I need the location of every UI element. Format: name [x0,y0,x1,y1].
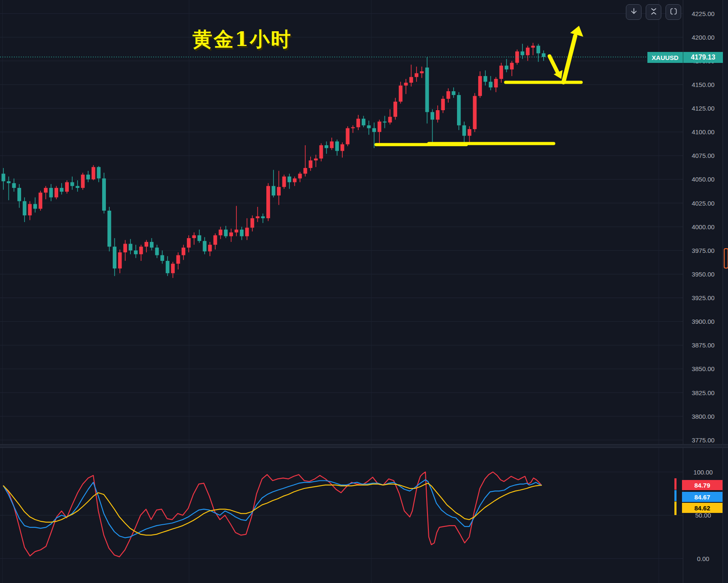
price-axis-label: 4150.00 [683,81,723,89]
oscillator-value-label: 84.79 [682,480,723,490]
price-axis-label: 3850.00 [683,365,723,373]
indicator-axis-label: 100.00 [683,468,723,476]
right-edge-strip [723,0,728,583]
price-axis-label: 4225.00 [683,10,723,18]
trading-chart-app: 黄金1小时 4225.004200.004175.004150.004125.0… [0,0,728,583]
indicator-axis-label: 0.00 [683,555,723,563]
pane-separator[interactable] [0,444,728,448]
oscillator-value-label: 84.62 [682,503,723,513]
price-axis-label: 4000.00 [683,223,723,231]
price-axis-label: 4050.00 [683,175,723,183]
price-axis-label: 3775.00 [683,436,723,444]
move-pane-down-button[interactable] [626,4,641,20]
price-axis-label: 3900.00 [683,317,723,325]
price-axis-label: 4025.00 [683,199,723,207]
price-axis-label: 3825.00 [683,389,723,397]
annotations-layer[interactable] [0,26,683,145]
price-axis-label: 4100.00 [683,128,723,136]
last-price-value: 4179.13 [683,52,723,63]
price-axis-label: 3925.00 [683,294,723,302]
price-axis-label: 4075.00 [683,152,723,160]
price-axis-label: 4125.00 [683,104,723,112]
collapse-pane-button[interactable] [646,4,661,20]
oscillator-layer [3,472,677,557]
grid-layer [0,0,683,583]
chart-title-annotation[interactable]: 黄金1小时 [192,26,292,53]
collapse-icon [650,8,658,17]
arrow-down-icon [630,8,638,17]
maximize-icon [670,8,677,17]
symbol-tag: XAUUSD [647,52,683,63]
maximize-pane-button[interactable] [666,4,681,20]
pane-toolbar [626,4,681,20]
last-price-label: XAUUSD 4179.13 [647,52,723,63]
price-axis-label: 3975.00 [683,247,723,255]
price-axis-label: 3800.00 [683,412,723,420]
oscillator-value-label: 84.67 [682,492,723,502]
candles-layer [2,43,546,278]
scale-drag-thumb[interactable] [724,248,728,268]
price-axis-label: 3875.00 [683,341,723,349]
price-axis-label: 3950.00 [683,270,723,278]
chart-canvas[interactable] [0,0,728,583]
price-axis-label: 4200.00 [683,33,723,41]
